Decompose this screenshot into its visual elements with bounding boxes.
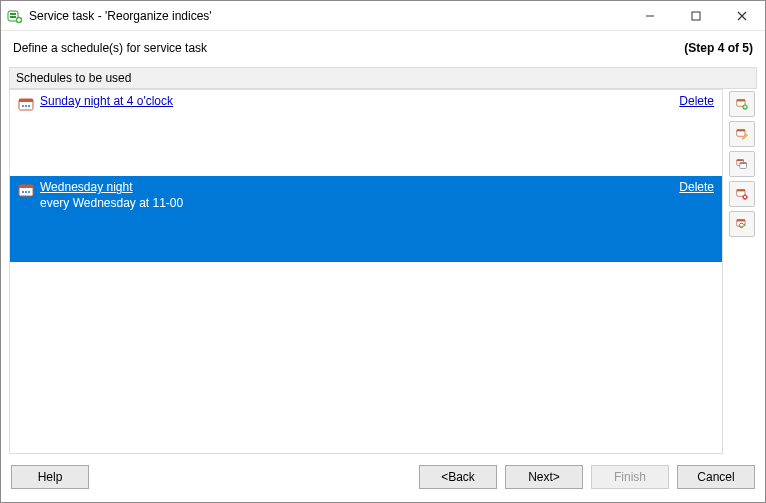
minimize-button[interactable] bbox=[627, 1, 673, 31]
svg-rect-4 bbox=[692, 12, 700, 20]
wizard-footer: Help <Back Next> Finish Cancel bbox=[1, 462, 765, 502]
svg-rect-6 bbox=[19, 99, 33, 102]
list-item[interactable]: Wednesday night Delete every Wednesday a… bbox=[10, 176, 722, 262]
svg-point-7 bbox=[22, 105, 24, 107]
window-title: Service task - 'Reorganize indices' bbox=[29, 9, 627, 23]
schedules-list[interactable]: Sunday night at 4 o'clock Delete bbox=[9, 89, 723, 454]
svg-point-9 bbox=[28, 105, 30, 107]
svg-point-13 bbox=[25, 191, 27, 193]
copy-schedule-button[interactable] bbox=[729, 151, 755, 177]
reload-schedule-button[interactable] bbox=[729, 211, 755, 237]
add-schedule-button[interactable] bbox=[729, 91, 755, 117]
app-icon bbox=[7, 8, 23, 24]
list-item[interactable]: Sunday night at 4 o'clock Delete bbox=[10, 90, 722, 176]
window-controls bbox=[627, 1, 765, 30]
schedule-delete-link[interactable]: Delete bbox=[679, 180, 714, 194]
wizard-header: Define a schedule(s) for service task (S… bbox=[1, 31, 765, 67]
list-item-content: Sunday night at 4 o'clock Delete bbox=[40, 94, 714, 110]
svg-rect-25 bbox=[737, 190, 745, 192]
close-button[interactable] bbox=[719, 1, 765, 31]
schedule-icon bbox=[18, 182, 34, 198]
svg-rect-2 bbox=[10, 16, 16, 18]
edit-schedule-button[interactable] bbox=[729, 121, 755, 147]
list-item-content: Wednesday night Delete every Wednesday a… bbox=[40, 180, 714, 210]
schedule-description: every Wednesday at 11-00 bbox=[40, 196, 714, 210]
svg-rect-19 bbox=[737, 130, 745, 132]
back-button[interactable]: <Back bbox=[419, 465, 497, 489]
schedule-delete-link[interactable]: Delete bbox=[679, 94, 714, 108]
wizard-window: Service task - 'Reorganize indices' Defi… bbox=[0, 0, 766, 503]
svg-point-8 bbox=[25, 105, 27, 107]
wizard-step-indicator: (Step 4 of 5) bbox=[684, 41, 753, 55]
next-button[interactable]: Next> bbox=[505, 465, 583, 489]
svg-rect-16 bbox=[737, 100, 745, 102]
svg-rect-21 bbox=[737, 160, 744, 162]
finish-button: Finish bbox=[591, 465, 669, 489]
schedule-action-buttons bbox=[729, 89, 757, 454]
svg-rect-1 bbox=[10, 13, 16, 15]
svg-rect-11 bbox=[19, 185, 33, 188]
schedule-name-link[interactable]: Sunday night at 4 o'clock bbox=[40, 94, 173, 108]
schedules-panel-label: Schedules to be used bbox=[9, 67, 757, 89]
list-item-row: Sunday night at 4 o'clock Delete bbox=[40, 94, 714, 108]
svg-rect-23 bbox=[740, 163, 747, 165]
wizard-instruction: Define a schedule(s) for service task bbox=[13, 41, 207, 55]
maximize-button[interactable] bbox=[673, 1, 719, 31]
wizard-body: Schedules to be used bbox=[1, 67, 765, 462]
schedules-area: Sunday night at 4 o'clock Delete bbox=[9, 89, 757, 454]
schedule-icon bbox=[18, 96, 34, 112]
svg-point-12 bbox=[22, 191, 24, 193]
svg-point-14 bbox=[28, 191, 30, 193]
delete-schedule-button[interactable] bbox=[729, 181, 755, 207]
help-button[interactable]: Help bbox=[11, 465, 89, 489]
cancel-button[interactable]: Cancel bbox=[677, 465, 755, 489]
svg-rect-28 bbox=[737, 220, 745, 222]
title-bar: Service task - 'Reorganize indices' bbox=[1, 1, 765, 31]
schedule-name-link[interactable]: Wednesday night bbox=[40, 180, 133, 194]
list-item-row: Wednesday night Delete bbox=[40, 180, 714, 194]
